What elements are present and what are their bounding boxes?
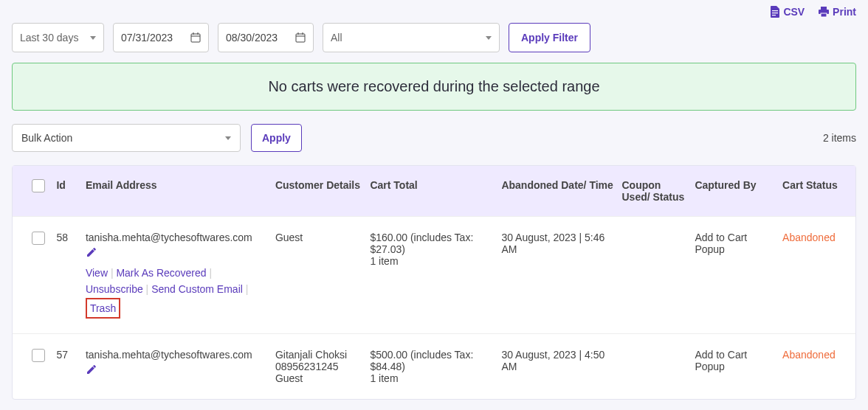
row-checkbox[interactable] (32, 232, 45, 245)
bulk-action-row: Bulk Action Apply 2 items (12, 124, 856, 152)
table-header: Id Email Address Customer Details Cart T… (13, 166, 855, 216)
row-customer: Gitanjali Choksi08956231245Guest (275, 349, 371, 384)
total-line: $160.00 (includes Tax: $27.03) (370, 232, 494, 255)
table-row: 57tanisha.mehta@tychesoftwares.comGitanj… (13, 333, 855, 399)
total-line: 1 item (370, 372, 494, 384)
send-custom-email-link[interactable]: Send Custom Email (151, 283, 243, 295)
svg-rect-11 (296, 34, 305, 42)
table-row: 58tanisha.mehta@tychesoftwares.comView |… (13, 216, 855, 333)
row-id: 58 (56, 232, 86, 243)
export-csv-label: CSV (783, 6, 805, 18)
row-captured: Add to Cart Popup (695, 232, 782, 255)
trash-link[interactable]: Trash (90, 302, 116, 314)
row-status: Abandoned (782, 232, 848, 243)
chevron-down-icon (225, 136, 231, 140)
print-link[interactable]: Print (818, 6, 856, 18)
date-range-select[interactable]: Last 30 days (12, 23, 104, 52)
svg-rect-1 (772, 13, 778, 13)
email-address: tanisha.mehta@tychesoftwares.com (86, 232, 268, 243)
row-actions: View | Mark As Recovered | Unsubscribe |… (86, 265, 268, 319)
customer-line: 08956231245 (275, 361, 363, 372)
customer-line: Gitanjali Choksi (275, 349, 363, 361)
edit-icon[interactable] (86, 246, 97, 260)
export-csv-link[interactable]: CSV (770, 6, 805, 18)
bulk-apply-button[interactable]: Apply (251, 124, 302, 152)
calendar-icon (190, 32, 201, 43)
chevron-down-icon (486, 36, 492, 40)
row-email-cell: tanisha.mehta@tychesoftwares.comView | M… (86, 232, 275, 319)
item-count: 2 items (823, 132, 856, 144)
row-total: $160.00 (includes Tax: $27.03)1 item (370, 232, 501, 267)
select-all-checkbox[interactable] (32, 179, 45, 192)
col-id: Id (56, 179, 86, 191)
date-line: 30 August, 2023 | 5:46 AM (501, 232, 614, 255)
col-captured: Captured By (695, 179, 782, 191)
bulk-action-value: Bulk Action (21, 132, 72, 144)
status-filter-value: All (331, 32, 342, 44)
row-status: Abandoned (782, 349, 848, 361)
mark-recovered-link[interactable]: Mark As Recovered (116, 267, 206, 279)
alert-banner: No carts were recovered during the selec… (12, 63, 856, 111)
chevron-down-icon (90, 36, 96, 40)
date-line: 30 August, 2023 | 4:50 AM (501, 349, 614, 372)
svg-rect-0 (772, 10, 778, 11)
apply-filter-button[interactable]: Apply Filter (509, 23, 590, 52)
col-customer: Customer Details (275, 179, 371, 191)
view-link[interactable]: View (86, 267, 108, 279)
printer-icon (818, 6, 830, 18)
svg-rect-2 (772, 15, 776, 15)
row-date: 30 August, 2023 | 4:50 AM (501, 349, 621, 372)
col-date: Abandoned Date/ Time (501, 179, 621, 191)
row-captured: Add to Cart Popup (695, 349, 782, 372)
date-range-value: Last 30 days (20, 32, 78, 44)
date-to-input[interactable]: 08/30/2023 (218, 23, 314, 52)
total-line: 1 item (370, 255, 494, 267)
row-total: $500.00 (includes Tax: $84.48)1 item (370, 349, 501, 384)
row-id: 57 (56, 349, 86, 361)
customer-line: Guest (275, 232, 363, 243)
email-address: tanisha.mehta@tychesoftwares.com (86, 349, 268, 361)
svg-rect-5 (821, 13, 827, 17)
unsubscribe-link[interactable]: Unsubscribe (86, 283, 143, 295)
filter-bar: Last 30 days 07/31/2023 08/30/2023 All A… (12, 23, 856, 52)
svg-rect-3 (821, 7, 827, 10)
file-icon (770, 6, 780, 18)
col-status: Cart Status (782, 179, 848, 191)
print-label: Print (833, 6, 856, 18)
row-customer: Guest (275, 232, 371, 243)
row-date: 30 August, 2023 | 5:46 AM (501, 232, 621, 255)
bulk-action-select[interactable]: Bulk Action (12, 124, 241, 152)
customer-line: Guest (275, 372, 363, 384)
svg-rect-7 (191, 34, 200, 42)
date-from-input[interactable]: 07/31/2023 (113, 23, 209, 52)
col-coupon: Coupon Used/ Status (622, 179, 695, 203)
col-total: Cart Total (370, 179, 501, 191)
total-line: $500.00 (includes Tax: $84.48) (370, 349, 494, 372)
row-checkbox[interactable] (32, 349, 45, 362)
col-email: Email Address (86, 179, 275, 191)
edit-icon[interactable] (86, 364, 97, 378)
carts-table: Id Email Address Customer Details Cart T… (12, 165, 856, 400)
calendar-icon (295, 32, 306, 43)
row-email-cell: tanisha.mehta@tychesoftwares.com (86, 349, 275, 378)
date-from-value: 07/31/2023 (121, 32, 173, 44)
status-filter-select[interactable]: All (323, 23, 500, 52)
date-to-value: 08/30/2023 (226, 32, 278, 44)
export-actions: CSV Print (12, 6, 856, 20)
